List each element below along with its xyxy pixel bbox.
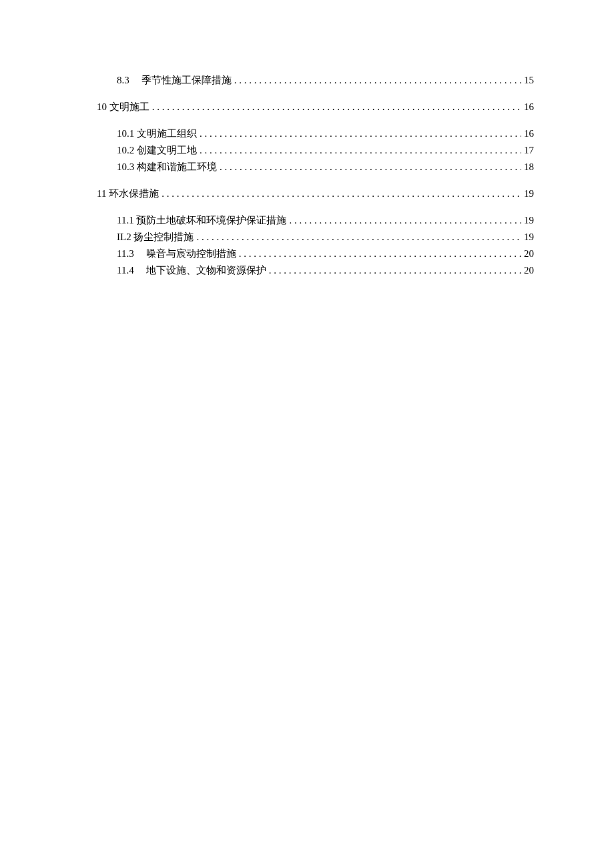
toc-page-number: 20 bbox=[524, 262, 534, 279]
toc-entry-label: 11.4地下设施、文物和资源保护 bbox=[117, 262, 266, 279]
toc-entry-label: 10.3 构建和谐施工环境 bbox=[117, 159, 217, 175]
toc-group-10: 10 文明施工 16 bbox=[97, 99, 534, 115]
toc-page-number: 19 bbox=[524, 229, 534, 246]
toc-entry-label: 10.2 创建文明工地 bbox=[117, 142, 197, 159]
toc-entry: 11.4地下设施、文物和资源保护 20 bbox=[117, 262, 534, 279]
toc-group-10-items: 10.1 文明施工组织 16 10.2 创建文明工地 17 10.3 构建和谐施… bbox=[97, 125, 534, 175]
toc-entry: 10.2 创建文明工地 17 bbox=[117, 142, 534, 159]
toc-leader-dots bbox=[162, 185, 521, 202]
toc-heading-label: 11 环水保措施 bbox=[97, 185, 159, 202]
toc-group-8: 8.3季节性施工保障措施 15 bbox=[97, 72, 534, 89]
toc-leader-dots bbox=[234, 72, 521, 89]
toc-page-number: 16 bbox=[524, 125, 534, 142]
toc-leader-dots bbox=[289, 212, 521, 229]
toc-entry-label: IL2 扬尘控制措施 bbox=[117, 229, 194, 246]
toc-entry: 8.3季节性施工保障措施 15 bbox=[117, 72, 534, 89]
toc-leader-dots bbox=[152, 99, 521, 115]
toc-leader-dots bbox=[220, 159, 521, 175]
toc-entry-label: 8.3季节性施工保障措施 bbox=[117, 72, 232, 89]
toc-page-number: 18 bbox=[524, 159, 534, 175]
document-page: 8.3季节性施工保障措施 15 10 文明施工 16 10.1 文明施工组织 1… bbox=[0, 0, 614, 279]
toc-page-number: 19 bbox=[524, 185, 534, 202]
toc-entry: 10.3 构建和谐施工环境 18 bbox=[117, 159, 534, 175]
toc-leader-dots bbox=[200, 125, 521, 142]
toc-group-11-items: 11.1 预防土地破坏和环境保护保证措施 19 IL2 扬尘控制措施 19 11… bbox=[97, 212, 534, 279]
toc-heading: 10 文明施工 16 bbox=[97, 99, 534, 115]
toc-entry: 11.1 预防土地破坏和环境保护保证措施 19 bbox=[117, 212, 534, 229]
toc-leader-dots bbox=[200, 142, 521, 159]
toc-page-number: 19 bbox=[524, 212, 534, 229]
toc-entry-label: 11.1 预防土地破坏和环境保护保证措施 bbox=[117, 212, 286, 229]
toc-page-number: 17 bbox=[524, 142, 534, 159]
toc-entry-label: 10.1 文明施工组织 bbox=[117, 125, 197, 142]
toc-leader-dots bbox=[239, 246, 521, 262]
toc-entry: IL2 扬尘控制措施 19 bbox=[117, 229, 534, 246]
toc-page-number: 16 bbox=[524, 99, 534, 115]
toc-heading: 11 环水保措施 19 bbox=[97, 185, 534, 202]
toc-leader-dots bbox=[269, 262, 521, 279]
toc-entry: 11.3噪音与宸动控制措施 20 bbox=[117, 246, 534, 262]
toc-leader-dots bbox=[196, 229, 521, 246]
toc-page-number: 15 bbox=[524, 72, 534, 89]
toc-group-11: 11 环水保措施 19 bbox=[97, 185, 534, 202]
toc-page-number: 20 bbox=[524, 246, 534, 262]
toc-heading-label: 10 文明施工 bbox=[97, 99, 149, 115]
toc-entry-label: 11.3噪音与宸动控制措施 bbox=[117, 246, 236, 262]
toc-entry: 10.1 文明施工组织 16 bbox=[117, 125, 534, 142]
